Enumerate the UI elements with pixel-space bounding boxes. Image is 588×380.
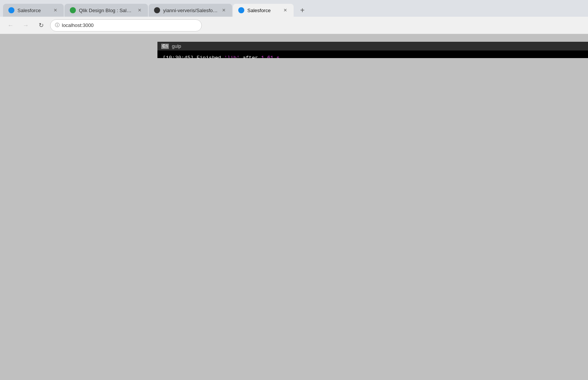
tab-label-2: Qlik Design Blog : Salesf...: [79, 8, 134, 13]
tab-salesforce-1[interactable]: Salesforce ✕: [3, 4, 64, 17]
tab-label-3: yianni-ververis/Salesforc...: [163, 8, 218, 13]
back-button[interactable]: ←: [5, 19, 17, 32]
tab-close-1[interactable]: ✕: [52, 7, 58, 13]
tab-salesforce-active[interactable]: Salesforce ✕: [233, 4, 294, 17]
forward-button[interactable]: →: [20, 19, 32, 32]
tab-label-1: Salesforce: [17, 8, 49, 13]
lock-icon: ⓘ: [55, 22, 60, 28]
tab-label-4: Salesforce: [247, 8, 279, 13]
salesforce-tab-icon-active: [238, 7, 244, 13]
terminal-line-1: [10:30:45] Finished 'lib' after 1.61 s: [163, 54, 583, 58]
tab-close-2[interactable]: ✕: [137, 7, 143, 13]
tab-close-4[interactable]: ✕: [282, 7, 288, 13]
new-tab-button[interactable]: +: [296, 4, 309, 17]
terminal-body[interactable]: [10:30:45] Finished 'lib' after 1.61 s […: [157, 50, 588, 58]
address-bar[interactable]: ⓘ localhost:3000: [50, 19, 202, 32]
tab-close-3[interactable]: ✕: [221, 7, 227, 13]
terminal-titlebar: C:\ gulp: [157, 42, 588, 50]
tab-github[interactable]: yianni-ververis/Salesforc... ✕: [149, 4, 232, 17]
tab-qlik[interactable]: Qlik Design Blog : Salesf... ✕: [64, 4, 148, 17]
tab-bar: Salesforce ✕ Qlik Design Blog : Salesf..…: [0, 0, 588, 17]
browser-toolbar: ← → ↻ ⓘ localhost:3000: [0, 17, 588, 34]
terminal-title: gulp: [172, 43, 181, 49]
browser-chrome: Salesforce ✕ Qlik Design Blog : Salesf..…: [0, 0, 588, 34]
reload-button[interactable]: ↻: [35, 19, 47, 32]
github-tab-icon: [154, 7, 160, 13]
address-text: localhost:3000: [62, 22, 94, 28]
terminal-title-icon: C:\: [161, 44, 169, 49]
qlik-tab-icon: [70, 7, 76, 13]
salesforce-tab-icon-1: [8, 7, 14, 13]
